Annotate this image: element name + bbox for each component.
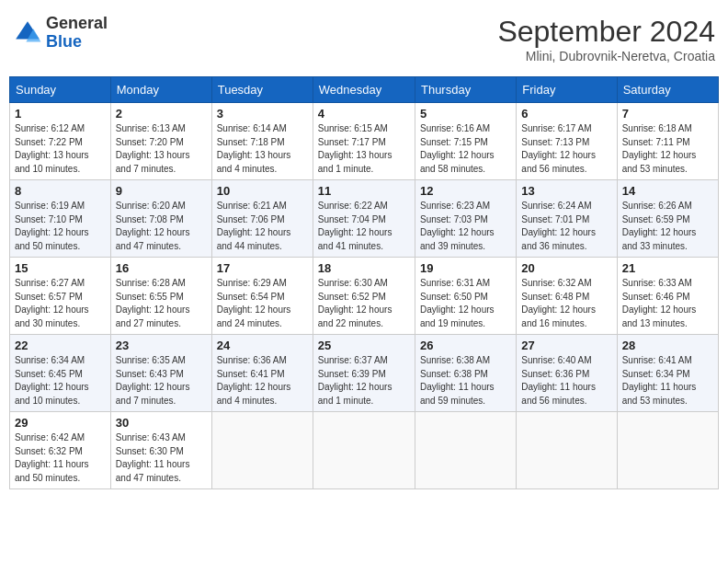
header-friday: Friday xyxy=(517,77,617,103)
day-24: 24Sunrise: 6:36 AMSunset: 6:41 PMDayligh… xyxy=(211,335,313,412)
day-21: 21Sunrise: 6:33 AMSunset: 6:46 PMDayligh… xyxy=(617,258,718,335)
day-30: 30Sunrise: 6:43 AMSunset: 6:30 PMDayligh… xyxy=(110,412,211,489)
day-9: 9Sunrise: 6:20 AMSunset: 7:08 PMDaylight… xyxy=(110,180,211,258)
day-22: 22Sunrise: 6:34 AMSunset: 6:45 PMDayligh… xyxy=(10,335,111,412)
day-15: 15Sunrise: 6:27 AMSunset: 6:57 PMDayligh… xyxy=(10,258,111,335)
day-18: 18Sunrise: 6:30 AMSunset: 6:52 PMDayligh… xyxy=(313,258,415,335)
calendar-table: Sunday Monday Tuesday Wednesday Thursday… xyxy=(9,76,719,489)
week-row-4: 22Sunrise: 6:34 AMSunset: 6:45 PMDayligh… xyxy=(10,335,719,412)
day-17: 17Sunrise: 6:29 AMSunset: 6:54 PMDayligh… xyxy=(211,258,313,335)
week-row-1: 1Sunrise: 6:12 AMSunset: 7:22 PMDaylight… xyxy=(10,103,719,180)
day-5: 5Sunrise: 6:16 AMSunset: 7:15 PMDaylight… xyxy=(415,103,516,180)
day-6: 6Sunrise: 6:17 AMSunset: 7:13 PMDaylight… xyxy=(517,103,617,180)
day-3: 3Sunrise: 6:14 AMSunset: 7:18 PMDaylight… xyxy=(211,103,313,180)
header-wednesday: Wednesday xyxy=(313,77,415,103)
weekday-header-row: Sunday Monday Tuesday Wednesday Thursday… xyxy=(10,77,719,103)
day-10: 10Sunrise: 6:21 AMSunset: 7:06 PMDayligh… xyxy=(211,180,313,258)
day-25: 25Sunrise: 6:37 AMSunset: 6:39 PMDayligh… xyxy=(313,335,415,412)
empty-day xyxy=(211,412,313,489)
empty-day xyxy=(617,412,718,489)
day-8: 8Sunrise: 6:19 AMSunset: 7:10 PMDaylight… xyxy=(10,180,111,258)
week-row-2: 8Sunrise: 6:19 AMSunset: 7:10 PMDaylight… xyxy=(10,180,719,258)
day-19: 19Sunrise: 6:31 AMSunset: 6:50 PMDayligh… xyxy=(415,258,516,335)
day-23: 23Sunrise: 6:35 AMSunset: 6:43 PMDayligh… xyxy=(110,335,211,412)
day-29: 29Sunrise: 6:42 AMSunset: 6:32 PMDayligh… xyxy=(10,412,111,489)
empty-day xyxy=(415,412,516,489)
day-2: 2Sunrise: 6:13 AMSunset: 7:20 PMDaylight… xyxy=(110,103,211,180)
header-saturday: Saturday xyxy=(617,77,718,103)
header-tuesday: Tuesday xyxy=(211,77,313,103)
logo-text: General Blue xyxy=(46,15,108,52)
day-13: 13Sunrise: 6:24 AMSunset: 7:01 PMDayligh… xyxy=(517,180,617,258)
empty-day xyxy=(517,412,617,489)
day-12: 12Sunrise: 6:23 AMSunset: 7:03 PMDayligh… xyxy=(415,180,516,258)
header-thursday: Thursday xyxy=(415,77,516,103)
month-title: September 2024 xyxy=(497,15,715,49)
page-header: General Blue September 2024 Mlini, Dubro… xyxy=(9,9,719,69)
day-27: 27Sunrise: 6:40 AMSunset: 6:36 PMDayligh… xyxy=(517,335,617,412)
day-14: 14Sunrise: 6:26 AMSunset: 6:59 PMDayligh… xyxy=(617,180,718,258)
week-row-5: 29Sunrise: 6:42 AMSunset: 6:32 PMDayligh… xyxy=(10,412,719,489)
day-28: 28Sunrise: 6:41 AMSunset: 6:34 PMDayligh… xyxy=(617,335,718,412)
location: Mlini, Dubrovnik-Neretva, Croatia xyxy=(497,49,715,63)
day-20: 20Sunrise: 6:32 AMSunset: 6:48 PMDayligh… xyxy=(517,258,617,335)
day-16: 16Sunrise: 6:28 AMSunset: 6:55 PMDayligh… xyxy=(110,258,211,335)
week-row-3: 15Sunrise: 6:27 AMSunset: 6:57 PMDayligh… xyxy=(10,258,719,335)
logo-icon xyxy=(13,18,42,48)
logo: General Blue xyxy=(13,15,108,52)
day-4: 4Sunrise: 6:15 AMSunset: 7:17 PMDaylight… xyxy=(313,103,415,180)
day-7: 7Sunrise: 6:18 AMSunset: 7:11 PMDaylight… xyxy=(617,103,718,180)
header-sunday: Sunday xyxy=(10,77,111,103)
title-block: September 2024 Mlini, Dubrovnik-Neretva,… xyxy=(497,15,715,63)
day-1: 1Sunrise: 6:12 AMSunset: 7:22 PMDaylight… xyxy=(10,103,111,180)
empty-day xyxy=(313,412,415,489)
header-monday: Monday xyxy=(110,77,211,103)
day-26: 26Sunrise: 6:38 AMSunset: 6:38 PMDayligh… xyxy=(415,335,516,412)
day-11: 11Sunrise: 6:22 AMSunset: 7:04 PMDayligh… xyxy=(313,180,415,258)
